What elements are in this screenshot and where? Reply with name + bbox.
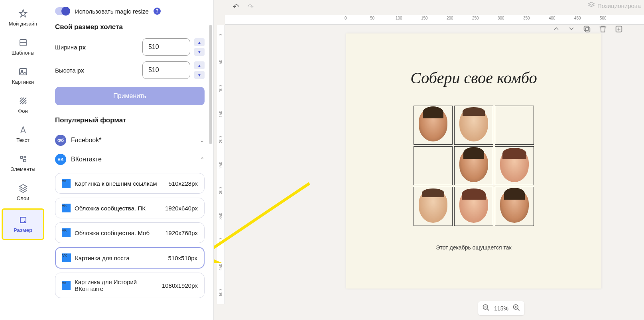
preset-title: Обложка сообщества. ПК: [75, 205, 161, 212]
chevron-down-icon: ⌄: [200, 137, 205, 143]
svg-rect-4: [24, 159, 26, 162]
preset-title: Картинка к внешним ссылкам: [75, 180, 165, 187]
nav-size[interactable]: Размер: [2, 208, 44, 240]
grid-cell-6[interactable]: [414, 187, 453, 226]
size-preset-3[interactable]: VKКартинка для поста510x510px: [55, 247, 205, 269]
zoom-value: 115%: [494, 305, 508, 312]
svg-point-3: [20, 156, 23, 159]
nav-label: Фон: [18, 108, 28, 114]
nav-label: Картинки: [12, 79, 34, 85]
nav-templates[interactable]: Шаблоны: [0, 32, 46, 61]
height-step-down[interactable]: ▼: [194, 71, 205, 79]
vk-icon: VK: [62, 228, 71, 237]
face-image: [500, 190, 529, 223]
format-vk[interactable]: VK ВКонтакте ⌃: [55, 150, 205, 169]
canvas-area: ↶ ↷ Позиционирова 0501001502002503003504…: [214, 0, 644, 320]
nav-images[interactable]: Картинки: [0, 61, 46, 90]
canvas-caption: Этот декабрь ощущается так: [346, 244, 601, 251]
grid-cell-2[interactable]: [495, 106, 534, 145]
add-page-button[interactable]: [614, 25, 623, 35]
nav-label: Шаблоны: [12, 50, 35, 56]
nav-label: Размер: [14, 227, 32, 233]
grid-cell-1[interactable]: [454, 106, 493, 145]
help-icon[interactable]: ?: [154, 8, 161, 15]
vk-icon: VK: [62, 179, 71, 188]
star-icon: [18, 9, 28, 18]
preset-dim: 510x510px: [168, 255, 197, 261]
layers-icon: [18, 183, 28, 193]
svg-point-5: [24, 156, 26, 158]
square-grid-icon: [18, 38, 28, 47]
apply-button[interactable]: Применить: [55, 87, 205, 105]
vk-icon: VK: [62, 281, 71, 290]
nav-text[interactable]: Текст: [0, 120, 46, 149]
face-image: [500, 149, 529, 182]
magic-resize-toggle[interactable]: [55, 7, 70, 15]
layers-icon: [588, 2, 595, 10]
size-preset-2[interactable]: VKОбложка сообщества. Моб1920x768px: [55, 222, 205, 243]
letter-icon: [18, 125, 28, 135]
nav-sidebar: Мой дизайнШаблоныКартинкиФонТекстЭлемент…: [0, 0, 46, 320]
nav-background[interactable]: Фон: [0, 90, 46, 120]
zoom-in-button[interactable]: [512, 304, 520, 313]
canvas-title: Собери свое комбо: [346, 33, 601, 87]
grid-cell-5[interactable]: [495, 146, 534, 185]
grid-cell-7[interactable]: [454, 187, 493, 226]
chevron-up-icon: ⌃: [200, 156, 205, 163]
face-image: [419, 109, 447, 141]
height-input[interactable]: [142, 61, 190, 79]
preset-dim: 510x228px: [169, 180, 198, 187]
ruler-horizontal: 050100150200250300350400450500: [225, 15, 644, 25]
format-facebook[interactable]: Фб Facebook* ⌄: [55, 131, 205, 150]
height-label: Высота px: [55, 67, 138, 74]
design-canvas[interactable]: Собери свое комбо Этот декабрь ощущается…: [346, 33, 601, 289]
grid-cell-8[interactable]: [495, 187, 534, 226]
face-image: [459, 149, 488, 182]
positioning-label[interactable]: Позиционирова: [597, 2, 641, 9]
nav-my-design[interactable]: Мой дизайн: [0, 3, 46, 32]
delete-button[interactable]: [599, 25, 607, 35]
size-preset-0[interactable]: VKКартинка к внешним ссылкам510x228px: [55, 173, 205, 194]
nav-elements[interactable]: Элементы: [0, 149, 46, 178]
nav-label: Мой дизайн: [9, 21, 37, 27]
grid-cell-0[interactable]: [414, 106, 453, 145]
width-step-up[interactable]: ▲: [194, 38, 205, 46]
face-image: [459, 190, 488, 223]
svg-rect-9: [584, 26, 589, 31]
preset-dim: 1920x640px: [165, 205, 198, 212]
svg-rect-8: [585, 27, 590, 32]
image-icon: [18, 67, 28, 77]
vk-icon: VK: [55, 154, 66, 165]
page-down-button[interactable]: [567, 25, 575, 35]
undo-button[interactable]: ↶: [233, 2, 239, 11]
zoom-out-button[interactable]: [482, 304, 490, 313]
height-step-up[interactable]: ▲: [194, 61, 205, 69]
size-settings-panel: Использовать magic resize ? Свой размер …: [46, 0, 214, 320]
grid-cell-4[interactable]: [454, 146, 493, 185]
preset-title: Картинка для Историй ВКонтакте: [75, 279, 158, 292]
vk-icon: VK: [62, 253, 71, 262]
size-preset-4[interactable]: VKКартинка для Историй ВКонтакте1080x192…: [55, 273, 205, 298]
nav-layers[interactable]: Слои: [0, 178, 46, 207]
redo-button[interactable]: ↷: [248, 2, 254, 11]
width-input[interactable]: [142, 38, 190, 56]
hatch-icon: [18, 96, 28, 106]
svg-line-7: [214, 183, 309, 253]
width-step-down[interactable]: ▼: [194, 48, 205, 56]
grid-cell-3[interactable]: [414, 146, 453, 185]
crop-icon: [18, 215, 28, 225]
popular-format-title: Популярный формат: [55, 116, 205, 124]
preset-title: Картинка для поста: [75, 255, 164, 261]
facebook-icon: Фб: [55, 135, 66, 146]
face-image: [419, 190, 447, 223]
copy-button[interactable]: [583, 25, 591, 35]
vk-icon: VK: [62, 204, 71, 212]
nav-label: Слои: [17, 195, 30, 201]
custom-size-title: Свой размер холста: [55, 23, 205, 31]
nav-label: Элементы: [10, 166, 35, 172]
size-preset-1[interactable]: VKОбложка сообщества. ПК1920x640px: [55, 198, 205, 218]
page-up-button[interactable]: [552, 25, 560, 35]
nav-label: Текст: [16, 137, 30, 143]
preset-dim: 1920x768px: [165, 230, 198, 236]
panel-scrollbar[interactable]: [209, 25, 212, 144]
